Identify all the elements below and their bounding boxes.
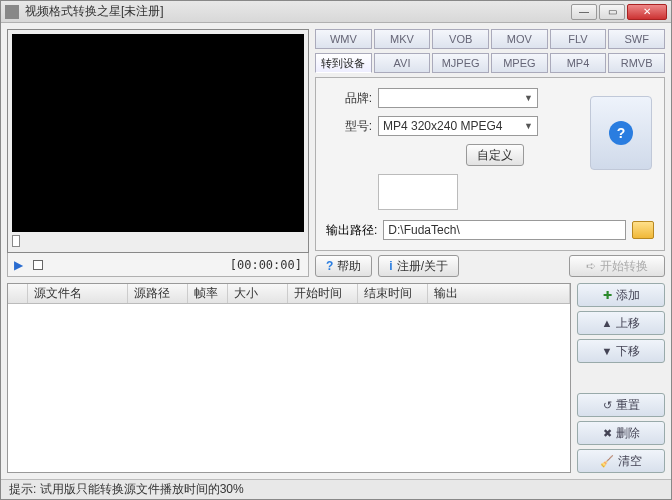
window-controls: — ▭ ✕ xyxy=(571,4,667,20)
model-value: MP4 320x240 MPEG4 xyxy=(383,119,502,133)
chevron-down-icon: ▼ xyxy=(524,93,533,103)
reset-button[interactable]: ↺重置 xyxy=(577,393,665,417)
seek-thumb[interactable] xyxy=(12,235,20,247)
action-row: ? 帮助 i 注册/关于 ➪ 开始转换 xyxy=(315,255,665,277)
output-path[interactable]: D:\FudaTech\ xyxy=(383,220,626,240)
th-fps[interactable]: 帧率 xyxy=(188,284,228,303)
file-table: 源文件名 源路径 帧率 大小 开始时间 结束时间 输出 xyxy=(7,283,571,473)
delete-button[interactable]: ✖删除 xyxy=(577,421,665,445)
help-icon: ? xyxy=(326,259,333,273)
th-size[interactable]: 大小 xyxy=(228,284,288,303)
th-filename[interactable]: 源文件名 xyxy=(28,284,128,303)
custom-button[interactable]: 自定义 xyxy=(466,144,524,166)
start-convert-button[interactable]: ➪ 开始转换 xyxy=(569,255,665,277)
arrow-right-icon: ➪ xyxy=(586,259,596,273)
move-down-button[interactable]: ▼下移 xyxy=(577,339,665,363)
tab-mov[interactable]: MOV xyxy=(491,29,548,49)
play-bar: ▶ [00:00:00] xyxy=(7,253,309,277)
chevron-down-icon: ▼ xyxy=(524,121,533,131)
tab-swf[interactable]: SWF xyxy=(608,29,665,49)
clear-icon: 🧹 xyxy=(600,455,614,468)
video-preview xyxy=(12,34,304,232)
arrow-up-icon: ▲ xyxy=(602,317,613,329)
reset-icon: ↺ xyxy=(603,399,612,412)
status-text: 提示: 试用版只能转换源文件播放时间的30% xyxy=(9,481,244,498)
maximize-button[interactable]: ▭ xyxy=(599,4,625,20)
table-header: 源文件名 源路径 帧率 大小 开始时间 结束时间 输出 xyxy=(8,284,570,304)
add-button[interactable]: ✚添加 xyxy=(577,283,665,307)
help-button[interactable]: ? 帮助 xyxy=(315,255,372,277)
play-icon[interactable]: ▶ xyxy=(14,258,23,272)
th-start[interactable]: 开始时间 xyxy=(288,284,358,303)
tab-to-device[interactable]: 转到设备 xyxy=(315,53,372,73)
minimize-button[interactable]: — xyxy=(571,4,597,20)
window-title: 视频格式转换之星[未注册] xyxy=(25,3,571,20)
tab-rmvb[interactable]: RMVB xyxy=(608,53,665,73)
table-body[interactable] xyxy=(8,304,570,472)
tab-flv[interactable]: FLV xyxy=(550,29,607,49)
preview-thumb-box xyxy=(378,174,458,210)
format-tabs-row1: WMV MKV VOB MOV FLV SWF xyxy=(315,29,665,49)
format-tabs-row2: 转到设备 AVI MJPEG MPEG MP4 RMVB xyxy=(315,53,665,73)
timecode: [00:00:00] xyxy=(230,258,302,272)
stop-icon[interactable] xyxy=(33,260,43,270)
side-buttons: ✚添加 ▲上移 ▼下移 ↺重置 ✖删除 🧹清空 xyxy=(577,283,665,473)
lower-pane: 源文件名 源路径 帧率 大小 开始时间 结束时间 输出 ✚添加 ▲上移 ▼下移 … xyxy=(7,283,665,473)
content: ▶ [00:00:00] WMV MKV VOB MOV FLV SWF 转到设… xyxy=(1,23,671,479)
settings-panel: ? 品牌: ▼ 型号: MP4 320x240 MPEG4 ▼ xyxy=(315,77,665,251)
tab-mjpeg[interactable]: MJPEG xyxy=(432,53,489,73)
brand-label: 品牌: xyxy=(326,90,372,107)
tab-avi[interactable]: AVI xyxy=(374,53,431,73)
help-badge-icon: ? xyxy=(609,121,633,145)
app-icon xyxy=(5,5,19,19)
app-window: 视频格式转换之星[未注册] — ▭ ✕ ▶ [00:00:00] xyxy=(0,0,672,500)
plus-icon: ✚ xyxy=(603,289,612,302)
th-end[interactable]: 结束时间 xyxy=(358,284,428,303)
model-label: 型号: xyxy=(326,118,372,135)
register-button[interactable]: i 注册/关于 xyxy=(378,255,459,277)
th-srcpath[interactable]: 源路径 xyxy=(128,284,188,303)
device-image: ? xyxy=(590,96,652,170)
close-button[interactable]: ✕ xyxy=(627,4,667,20)
delete-icon: ✖ xyxy=(603,427,612,440)
titlebar: 视频格式转换之星[未注册] — ▭ ✕ xyxy=(1,1,671,23)
clear-button[interactable]: 🧹清空 xyxy=(577,449,665,473)
seek-slider[interactable] xyxy=(12,234,304,248)
tab-mkv[interactable]: MKV xyxy=(374,29,431,49)
video-box xyxy=(7,29,309,253)
move-up-button[interactable]: ▲上移 xyxy=(577,311,665,335)
status-bar: 提示: 试用版只能转换源文件播放时间的30% xyxy=(1,479,671,499)
brand-combo[interactable]: ▼ xyxy=(378,88,538,108)
output-row: 输出路径: D:\FudaTech\ xyxy=(326,220,654,240)
info-icon: i xyxy=(389,259,392,273)
arrow-down-icon: ▼ xyxy=(602,345,613,357)
tab-vob[interactable]: VOB xyxy=(432,29,489,49)
th-output[interactable]: 输出 xyxy=(428,284,570,303)
settings-pane: WMV MKV VOB MOV FLV SWF 转到设备 AVI MJPEG M… xyxy=(315,29,665,277)
preview-pane: ▶ [00:00:00] xyxy=(7,29,309,277)
model-combo[interactable]: MP4 320x240 MPEG4 ▼ xyxy=(378,116,538,136)
output-label: 输出路径: xyxy=(326,222,377,239)
tab-mpeg[interactable]: MPEG xyxy=(491,53,548,73)
upper-pane: ▶ [00:00:00] WMV MKV VOB MOV FLV SWF 转到设… xyxy=(7,29,665,277)
tab-wmv[interactable]: WMV xyxy=(315,29,372,49)
tab-mp4[interactable]: MP4 xyxy=(550,53,607,73)
folder-icon[interactable] xyxy=(632,221,654,239)
th-checkbox[interactable] xyxy=(8,284,28,303)
